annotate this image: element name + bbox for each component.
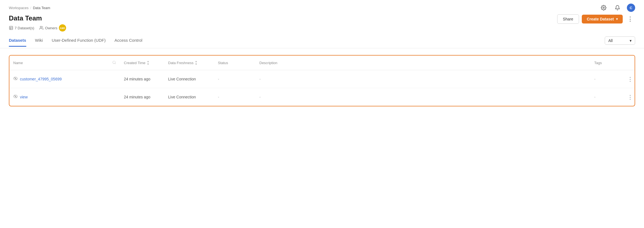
tab-datasets[interactable]: Datasets [9, 38, 26, 47]
cell-description-2: - [255, 89, 590, 105]
col-tags-label: Tags [594, 61, 602, 65]
svg-point-0 [603, 7, 604, 9]
tab-access-control[interactable]: Access Control [114, 38, 142, 47]
dataset-count: 7 Dataset(s) [15, 26, 34, 30]
cell-created-time-2: 24 minutes ago [120, 89, 164, 105]
dataset-count-item: 7 Dataset(s) [9, 26, 34, 30]
filter-chevron-icon: ▾ [630, 38, 632, 43]
create-chevron-icon: ▾ [616, 17, 618, 21]
more-options-button[interactable]: ⋮ [625, 14, 635, 24]
col-data-freshness-label: Data Freshness [168, 61, 194, 65]
col-header-tags: Tags [590, 56, 624, 70]
svg-rect-1 [9, 26, 13, 30]
dataset-link-2[interactable]: view [13, 94, 116, 100]
dataset-name-2: view [20, 95, 28, 99]
filter-dropdown[interactable]: All ▾ [605, 36, 635, 45]
owners-item: Owners can [39, 24, 66, 32]
page-header-right: Share Create Dataset ▾ ⋮ [557, 14, 635, 24]
breadcrumb-workspace[interactable]: Workspaces [9, 6, 28, 10]
row-more-button-2[interactable]: ⋮ [627, 94, 633, 100]
table-row: view 24 minutes ago Live Connection - - … [9, 88, 635, 106]
table-row: customer_47995_05699 24 minutes ago Live… [9, 70, 635, 88]
col-header-actions [624, 56, 635, 70]
owners-label: Owners [45, 26, 58, 30]
cell-name-1: customer_47995_05699 [9, 71, 120, 87]
page-header: Data Team 7 Dataset(s) Owners [0, 12, 644, 32]
dataset-eye-icon-2 [13, 94, 18, 100]
table-header: Name Created Time ▲▼ Data Freshness ▲▼ S… [9, 56, 635, 70]
page-title: Data Team [9, 14, 66, 22]
tabs-row: Datasets Wiki User-Defined Function (UDF… [0, 32, 644, 48]
breadcrumb-current[interactable]: Data Team [33, 6, 50, 10]
svg-point-6 [113, 61, 115, 63]
owners-badge[interactable]: can [59, 24, 66, 32]
svg-point-5 [40, 26, 41, 28]
sort-icon-data-freshness[interactable]: ▲▼ [195, 60, 197, 65]
svg-line-7 [115, 63, 116, 64]
tab-udf[interactable]: User-Defined Function (UDF) [52, 38, 106, 47]
cell-description-1: - [255, 71, 590, 87]
col-header-status: Status [214, 56, 255, 70]
cell-status-2: - [214, 89, 255, 105]
filter-label: All [608, 38, 613, 43]
dataset-eye-icon-1 [13, 76, 18, 82]
cell-actions-1: ⋮ [624, 70, 635, 88]
cell-created-time-1: 24 minutes ago [120, 71, 164, 87]
create-dataset-label: Create Dataset [587, 17, 614, 21]
top-bar: Workspaces / Data Team C [0, 0, 644, 12]
row-more-button-1[interactable]: ⋮ [627, 76, 633, 82]
datasets-table: Name Created Time ▲▼ Data Freshness ▲▼ S… [9, 55, 635, 106]
sort-icon-created-time[interactable]: ▲▼ [147, 60, 149, 65]
bell-icon [615, 5, 620, 11]
main-content: Name Created Time ▲▼ Data Freshness ▲▼ S… [0, 48, 644, 106]
dataset-name-1: customer_47995_05699 [20, 77, 62, 81]
settings-icon-button[interactable] [599, 3, 608, 12]
owners-icon [39, 26, 44, 30]
col-header-created-time: Created Time ▲▼ [120, 56, 164, 70]
settings-icon [601, 5, 606, 11]
bell-icon-button[interactable] [613, 3, 622, 12]
table-icon [9, 26, 13, 30]
breadcrumb: Workspaces / Data Team [9, 6, 50, 10]
share-button[interactable]: Share [557, 14, 579, 24]
page-header-left: Data Team 7 Dataset(s) Owners [9, 14, 66, 32]
cell-tags-1: - [590, 71, 624, 87]
dataset-link-1[interactable]: customer_47995_05699 [13, 76, 116, 82]
col-description-label: Description [259, 61, 277, 65]
avatar[interactable]: C [627, 4, 635, 12]
col-header-description: Description [255, 56, 590, 70]
cell-status-1: - [214, 71, 255, 87]
col-header-name: Name [9, 56, 120, 70]
cell-name-2: view [9, 89, 120, 105]
col-header-data-freshness: Data Freshness ▲▼ [164, 56, 214, 70]
col-status-label: Status [218, 61, 228, 65]
top-right-icons: C [599, 3, 635, 12]
cell-freshness-2: Live Connection [164, 89, 214, 105]
tabs: Datasets Wiki User-Defined Function (UDF… [9, 38, 142, 47]
col-created-time-label: Created Time [124, 61, 145, 65]
col-name-label: Name [13, 61, 23, 65]
breadcrumb-sep: / [30, 6, 31, 10]
cell-freshness-1: Live Connection [164, 71, 214, 87]
cell-tags-2: - [590, 89, 624, 105]
create-dataset-button[interactable]: Create Dataset ▾ [582, 15, 623, 23]
tab-wiki[interactable]: Wiki [35, 38, 43, 47]
cell-actions-2: ⋮ [624, 88, 635, 106]
page-meta: 7 Dataset(s) Owners can [9, 24, 66, 32]
col-name-search-icon[interactable] [112, 61, 116, 65]
